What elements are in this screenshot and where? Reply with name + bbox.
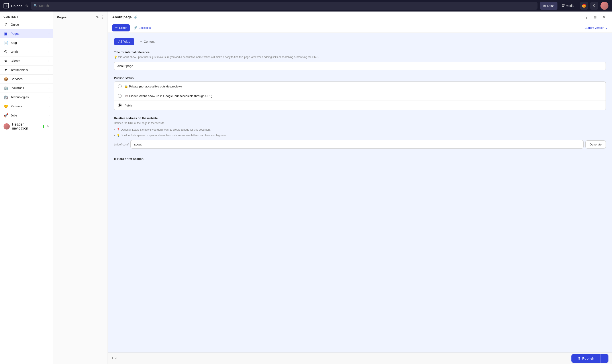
brand-name: Tinloof bbox=[11, 4, 22, 8]
sidebar-item-industries[interactable]: 🏢 Industries › bbox=[0, 84, 53, 93]
sidebar-item-blog[interactable]: 📄 Blog › bbox=[0, 38, 53, 47]
editor-content: All fields ✏ Content Title for internal … bbox=[108, 33, 612, 352]
technologies-icon: 🤖 bbox=[3, 95, 8, 99]
notification-button[interactable]: 0 bbox=[590, 2, 598, 10]
url-prefix: tinloof.com/ bbox=[114, 141, 129, 148]
pages-panel: Pages ✎ ⋮ bbox=[53, 12, 108, 364]
sidebar-item-label-work: Work bbox=[11, 50, 46, 53]
chevron-work: › bbox=[49, 50, 49, 53]
title-internal-ref-section: Title for internal reference 💡 this won'… bbox=[114, 51, 606, 70]
sidebar-item-partners[interactable]: 🤝 Partners › bbox=[0, 102, 53, 111]
pages-panel-title: Pages bbox=[57, 15, 67, 19]
editor-tabs: ✏ Editor 🔗 Backlinks Current version ⌄ bbox=[108, 23, 612, 33]
tab-desk[interactable]: ⊞ Desk bbox=[540, 2, 557, 10]
pages-edit-icon[interactable]: ✎ bbox=[96, 15, 99, 19]
sidebar-footer: Header navigation ⬆ ✎ bbox=[0, 120, 53, 133]
footer-upload-icon[interactable]: ⬆ bbox=[42, 124, 45, 129]
tab-media[interactable]: 🖼 Media bbox=[558, 2, 577, 10]
close-editor-button[interactable]: ✕ bbox=[600, 14, 608, 21]
backlinks-icon: 🔗 bbox=[134, 26, 137, 29]
hero-section-collapse[interactable]: ▶ Hero / first section bbox=[114, 155, 606, 163]
status-hidden[interactable]: 👓 Hidden (won't show up in Google, but a… bbox=[114, 91, 606, 101]
search-bar[interactable]: 🔍 bbox=[31, 2, 538, 10]
chevron-jobs: › bbox=[49, 114, 49, 117]
title-internal-ref-input[interactable] bbox=[114, 62, 606, 70]
sidebar-item-testimonials[interactable]: ♥ Testimonials › bbox=[0, 65, 53, 75]
footer-avatar[interactable] bbox=[3, 123, 10, 130]
relative-address-section: Relative address on the website Defines … bbox=[114, 117, 606, 149]
sidebar-item-label-clients: Clients bbox=[11, 59, 46, 63]
chevron-services: › bbox=[49, 78, 49, 81]
chevron-guide: › bbox=[49, 23, 49, 26]
generate-button[interactable]: Generate bbox=[585, 140, 606, 149]
chevron-technologies: › bbox=[49, 96, 49, 99]
sidebar-item-label-technologies: Technologies bbox=[11, 95, 46, 99]
sidebar-item-label-partners: Partners bbox=[11, 104, 46, 108]
tab-backlinks[interactable]: 🔗 Backlinks bbox=[131, 25, 154, 31]
version-chevron-icon: ⌄ bbox=[605, 26, 608, 29]
pages-icon: ▣ bbox=[3, 31, 8, 36]
field-tabs: All fields ✏ Content bbox=[114, 38, 606, 45]
search-icon: 🔍 bbox=[33, 4, 37, 8]
sidebar-item-work[interactable]: ⏱ Work › bbox=[0, 47, 53, 56]
url-input-wrap bbox=[130, 140, 584, 149]
publish-chevron-button[interactable]: ⌄ bbox=[600, 354, 609, 363]
editor-header: About page 🔗 ⋮ ⊞ ✕ bbox=[108, 12, 612, 23]
work-icon: ⏱ bbox=[3, 50, 8, 54]
bottom-bar-time: ⬆ 4h bbox=[111, 357, 118, 360]
tab-content[interactable]: ✏ Content bbox=[135, 38, 159, 45]
radio-public bbox=[118, 104, 122, 107]
chevron-clients: › bbox=[49, 59, 49, 63]
editor-title: About page 🔗 bbox=[112, 15, 580, 19]
version-selector[interactable]: Current version ⌄ bbox=[584, 26, 608, 29]
url-input[interactable] bbox=[130, 140, 584, 149]
sidebar-item-guide[interactable]: ? Guide › bbox=[0, 20, 53, 29]
editor-tab-icon: ✏ bbox=[115, 26, 118, 29]
chevron-blog: › bbox=[49, 41, 49, 44]
topnav-tabs: ⊞ Desk 🖼 Media bbox=[540, 2, 577, 10]
title-internal-ref-hint: 💡 this won't show up for users, just mak… bbox=[114, 55, 606, 59]
more-options-button[interactable]: ⋮ bbox=[583, 14, 590, 21]
status-public[interactable]: Public bbox=[114, 101, 606, 110]
title-link-icon[interactable]: 🔗 bbox=[134, 15, 137, 19]
radio-inner-public bbox=[119, 104, 121, 106]
sidebar-item-label-services: Services bbox=[11, 77, 46, 81]
pages-more-icon[interactable]: ⋮ bbox=[100, 15, 104, 19]
sidebar-item-technologies[interactable]: 🤖 Technologies › bbox=[0, 93, 53, 102]
user-avatar[interactable] bbox=[600, 2, 609, 10]
editor-panel: About page 🔗 ⋮ ⊞ ✕ ✏ Editor 🔗 Backlinks … bbox=[108, 12, 612, 364]
desk-icon: ⊞ bbox=[543, 4, 546, 8]
url-hint-1: • ❓ Optional. Leave it empty if you don'… bbox=[114, 128, 606, 132]
url-hint-2: • 💡 Don't include spaces or special char… bbox=[114, 133, 606, 138]
main-layout: Content ? Guide › ▣ Pages › 📄 Blog › ⏱ W… bbox=[0, 12, 612, 364]
radio-private bbox=[118, 84, 122, 88]
tab-all-fields[interactable]: All fields bbox=[114, 38, 134, 45]
sidebar-item-pages[interactable]: ▣ Pages › bbox=[0, 29, 53, 38]
sidebar-item-label-jobs: Jobs bbox=[11, 114, 46, 117]
app-logo: T Tinloof bbox=[3, 3, 22, 8]
split-view-button[interactable]: ⊞ bbox=[592, 14, 599, 21]
url-hints: • ❓ Optional. Leave it empty if you don'… bbox=[114, 128, 606, 138]
publish-btn-group: ⬆ Publish ⌄ bbox=[571, 354, 609, 363]
chevron-pages: › bbox=[49, 32, 49, 35]
services-icon: 📦 bbox=[3, 77, 8, 81]
gift-icon-button[interactable]: 🎁 bbox=[580, 2, 588, 10]
sidebar-item-jobs[interactable]: 🚀 Jobs › bbox=[0, 111, 53, 120]
publish-status-group: 🔒 Private (not accessible outside previe… bbox=[114, 81, 606, 110]
sidebar-item-clients[interactable]: ★ Clients › bbox=[0, 56, 53, 65]
sidebar-item-label-blog: Blog bbox=[11, 41, 46, 44]
sidebar-item-services[interactable]: 📦 Services › bbox=[0, 75, 53, 84]
tab-editor[interactable]: ✏ Editor bbox=[112, 24, 130, 31]
relative-address-hint: Defines the URL of the page in the websi… bbox=[114, 121, 606, 125]
edit-icon[interactable]: ✎ bbox=[25, 4, 28, 8]
sidebar-item-label-guide: Guide bbox=[11, 23, 46, 26]
footer-actions: ⬆ ✎ bbox=[42, 124, 49, 129]
sidebar-item-label-industries: Industries bbox=[11, 86, 46, 90]
pages-panel-actions: ✎ ⋮ bbox=[96, 15, 104, 19]
search-input[interactable] bbox=[39, 4, 535, 8]
status-private[interactable]: 🔒 Private (not accessible outside previe… bbox=[114, 82, 606, 91]
editor-header-actions: ⋮ ⊞ ✕ bbox=[583, 14, 608, 21]
relative-address-label: Relative address on the website bbox=[114, 117, 606, 120]
publish-button[interactable]: ⬆ Publish bbox=[571, 354, 600, 363]
footer-edit-icon[interactable]: ✎ bbox=[47, 124, 49, 129]
